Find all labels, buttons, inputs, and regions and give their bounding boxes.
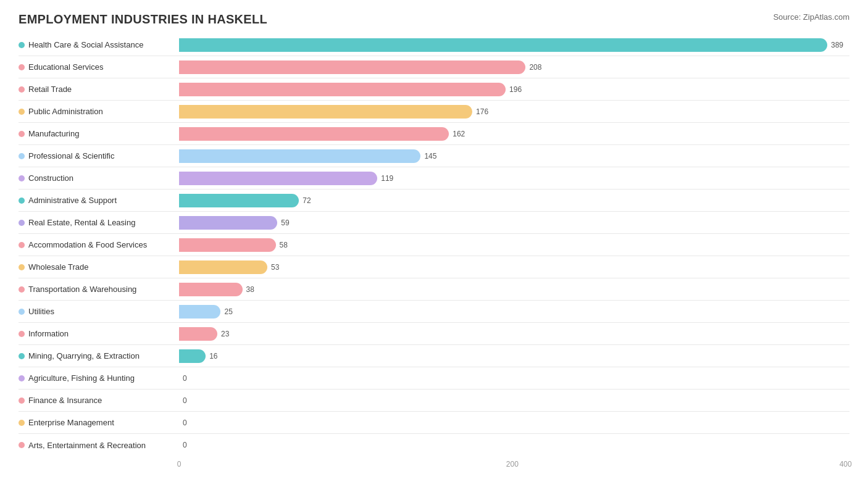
bar-value-label: 0: [183, 372, 187, 385]
bar-row: Educational Services208: [19, 56, 849, 78]
bar-value-label: 0: [183, 438, 187, 452]
bar-label: Accommodation & Food Services: [19, 240, 179, 249]
bar-label: Real Estate, Rental & Leasing: [19, 218, 179, 227]
bar-label-text: Wholesale Trade: [28, 262, 89, 272]
bar-dot: [19, 42, 25, 48]
bar-row: Accommodation & Food Services58: [19, 234, 849, 256]
bar-label: Enterprise Management: [19, 418, 179, 427]
bar-row: Manufacturing162: [19, 123, 849, 145]
bar-fill: [179, 260, 267, 274]
bar-label: Wholesale Trade: [19, 262, 179, 272]
bar-label: Information: [19, 329, 179, 338]
bar-fill: [179, 238, 276, 252]
bar-label: Construction: [19, 173, 179, 183]
source-label: Source: ZipAtlas.com: [773, 12, 849, 22]
x-axis-tick: 400: [840, 460, 852, 469]
bar-label: Agriculture, Fishing & Hunting: [19, 373, 179, 383]
bar-row: Transportation & Warehousing38: [19, 278, 849, 301]
bar-dot: [19, 309, 25, 315]
bar-value-label: 72: [303, 194, 311, 207]
bar-dot: [19, 109, 25, 115]
bar-value-label: 23: [221, 327, 229, 341]
bar-label: Arts, Entertainment & Recreation: [19, 441, 179, 450]
x-axis: 0200400: [19, 460, 849, 472]
bar-label-text: Public Administration: [28, 107, 103, 116]
bar-container: 176: [179, 105, 849, 119]
bar-dot: [19, 353, 25, 359]
bar-label-text: Professional & Scientific: [28, 151, 114, 160]
bar-container: 145: [179, 149, 849, 163]
bar-row: Arts, Entertainment & Recreation0: [19, 434, 849, 456]
bar-label-text: Utilities: [28, 307, 54, 316]
bar-label: Health Care & Social Assistance: [19, 40, 179, 49]
bar-container: 59: [179, 216, 849, 230]
bar-label-text: Administrative & Support: [28, 196, 117, 205]
bar-row: Utilities25: [19, 301, 849, 323]
bar-label-text: Educational Services: [28, 62, 103, 72]
bar-value-label: 119: [381, 172, 393, 185]
bar-fill: [179, 216, 277, 230]
bar-row: Health Care & Social Assistance389: [19, 34, 849, 56]
bar-label-text: Finance & Insurance: [28, 396, 102, 405]
chart-title: EMPLOYMENT INDUSTRIES IN HASKELL: [19, 12, 267, 27]
bar-value-label: 145: [424, 149, 436, 163]
bar-value-label: 389: [831, 38, 843, 52]
bar-row: Wholesale Trade53: [19, 256, 849, 278]
bar-label-text: Accommodation & Food Services: [28, 240, 147, 249]
bar-value-label: 196: [509, 83, 522, 96]
bar-dot: [19, 242, 25, 248]
bar-row: Construction119: [19, 167, 849, 190]
bar-label: Administrative & Support: [19, 196, 179, 205]
bar-label-text: Arts, Entertainment & Recreation: [28, 441, 146, 450]
bar-dot: [19, 86, 25, 93]
bar-label: Manufacturing: [19, 129, 179, 138]
bar-value-label: 38: [246, 283, 254, 296]
bar-dot: [19, 198, 25, 204]
bar-container: 0: [179, 372, 849, 385]
bar-row: Real Estate, Rental & Leasing59: [19, 212, 849, 234]
bar-container: 53: [179, 260, 849, 274]
bar-label: Professional & Scientific: [19, 151, 179, 160]
chart-area: Health Care & Social Assistance389Educat…: [19, 34, 849, 456]
bar-fill: [179, 105, 472, 119]
bar-label-text: Enterprise Management: [28, 418, 114, 427]
bar-fill: [179, 327, 217, 341]
bar-fill: [179, 149, 420, 163]
bar-fill: [179, 127, 449, 141]
bar-label-text: Construction: [28, 173, 73, 183]
bar-container: 208: [179, 60, 849, 74]
bar-label-text: Manufacturing: [28, 129, 79, 138]
bar-value-label: 16: [209, 349, 217, 363]
bar-label-text: Retail Trade: [28, 85, 72, 94]
bar-dot: [19, 286, 25, 293]
bar-label: Transportation & Warehousing: [19, 285, 179, 294]
bar-container: 23: [179, 327, 849, 341]
bar-value-label: 162: [453, 127, 465, 141]
bar-label: Finance & Insurance: [19, 396, 179, 405]
bar-label: Mining, Quarrying, & Extraction: [19, 351, 179, 360]
bar-dot: [19, 131, 25, 137]
bar-container: 58: [179, 238, 849, 252]
bar-label: Public Administration: [19, 107, 179, 116]
bar-value-label: 0: [183, 416, 187, 430]
bar-value-label: 25: [224, 305, 232, 319]
bar-container: 16: [179, 349, 849, 363]
bar-fill: [179, 194, 299, 207]
bar-fill: [179, 349, 206, 363]
bar-dot: [19, 442, 25, 448]
bar-container: 196: [179, 83, 849, 96]
bar-dot: [19, 264, 25, 270]
bar-container: 0: [179, 438, 849, 452]
bar-value-label: 59: [281, 216, 289, 230]
bar-value-label: 0: [183, 394, 187, 407]
bar-dot: [19, 398, 25, 404]
bar-container: 389: [179, 38, 849, 52]
bar-label-text: Agriculture, Fishing & Hunting: [28, 373, 135, 383]
bar-value-label: 53: [271, 260, 279, 274]
bar-row: Information23: [19, 323, 849, 345]
bar-fill: [179, 38, 827, 52]
bar-container: 0: [179, 416, 849, 430]
bar-row: Agriculture, Fishing & Hunting0: [19, 367, 849, 389]
bar-label: Utilities: [19, 307, 179, 316]
bar-dot: [19, 331, 25, 337]
